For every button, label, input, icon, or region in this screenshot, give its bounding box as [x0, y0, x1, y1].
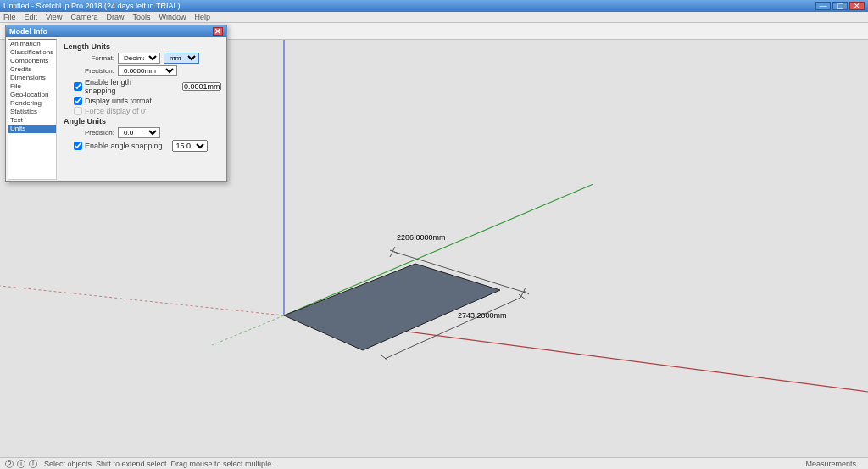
section-heading: Length Units [64, 42, 221, 51]
category-item[interactable]: File [8, 82, 56, 91]
dialog-titlebar[interactable]: Model Info ✕ [6, 25, 226, 37]
menu-edit[interactable]: Edit [25, 13, 38, 21]
status-icon[interactable]: ! [29, 460, 37, 468]
format-select[interactable]: Decimal [118, 53, 160, 64]
svg-line-10 [212, 315, 284, 345]
unit-select[interactable]: mm [164, 53, 199, 64]
close-button[interactable]: ✕ [849, 2, 865, 10]
precision-angle-select[interactable]: 0.0 [118, 127, 160, 138]
dialog-close-button[interactable]: ✕ [213, 27, 223, 36]
minimize-button[interactable]: — [815, 2, 831, 10]
category-item[interactable]: Geo-location [8, 91, 56, 99]
category-item[interactable]: Text [8, 116, 56, 125]
category-item[interactable]: Rendering [8, 99, 56, 108]
checkbox-label: Enable angle snapping [85, 142, 163, 150]
force-display-0-checkbox [74, 107, 82, 115]
precision-label: Precision: [64, 129, 114, 137]
app-titlebar: Untitled - SketchUp Pro 2018 (24 days le… [0, 0, 868, 12]
enable-length-snapping-checkbox[interactable] [74, 82, 82, 91]
precision-label: Precision: [64, 67, 114, 75]
app-title: Untitled - SketchUp Pro 2018 (24 days le… [3, 2, 180, 10]
status-hint: Select objects. Shift to extend select. … [44, 460, 274, 468]
angle-snap-value-select[interactable]: 15.0 [172, 140, 208, 152]
menu-file[interactable]: File [3, 13, 16, 21]
svg-line-12 [390, 250, 398, 254]
dialog-category-list[interactable]: AnimationClassificationsComponentsCredit… [8, 39, 57, 180]
checkbox-label: Display units format [85, 97, 152, 105]
menu-view[interactable]: View [46, 13, 62, 21]
category-item[interactable]: Components [8, 57, 56, 65]
dialog-content: Length Units Format: Decimal mm Precisio… [58, 37, 226, 181]
face-rectangle [284, 264, 500, 350]
maximize-button[interactable]: ▢ [832, 2, 848, 10]
svg-line-8 [0, 286, 284, 315]
category-item[interactable]: Credits [8, 65, 56, 74]
length-snap-value-input[interactable] [182, 82, 221, 91]
menu-camera[interactable]: Camera [70, 13, 97, 21]
checkbox-label: Enable length snapping [85, 78, 163, 95]
menu-window[interactable]: Window [159, 13, 186, 21]
checkbox-label: Force display of 0" [85, 107, 147, 115]
dimension-label: 2286.0000mm [397, 233, 446, 242]
statusbar: ? i ! Select objects. Shift to extend se… [0, 457, 868, 469]
enable-angle-snapping-checkbox[interactable] [74, 142, 82, 150]
section-heading: Angle Units [64, 117, 221, 126]
menu-tools[interactable]: Tools [132, 13, 150, 21]
dimension-label: 2743.2000mm [458, 311, 507, 320]
menu-draw[interactable]: Draw [106, 13, 124, 21]
display-units-format-checkbox[interactable] [74, 97, 82, 105]
category-item[interactable]: Animation [8, 40, 56, 48]
model-info-dialog: Model Info ✕ AnimationClassificationsCom… [5, 25, 227, 182]
menubar: File Edit View Camera Draw Tools Window … [0, 12, 868, 23]
dialog-title: Model Info [9, 27, 47, 36]
measurements-label: Measurements [805, 460, 856, 468]
format-label: Format: [64, 54, 114, 62]
status-icon[interactable]: i [17, 460, 25, 468]
category-item[interactable]: Units [8, 125, 56, 133]
menu-help[interactable]: Help [194, 13, 210, 21]
category-item[interactable]: Dimensions [8, 74, 56, 82]
precision-length-select[interactable]: 0.0000mm [118, 65, 177, 76]
category-item[interactable]: Classifications [8, 48, 56, 57]
category-item[interactable]: Statistics [8, 108, 56, 116]
status-icon[interactable]: ? [5, 460, 14, 468]
